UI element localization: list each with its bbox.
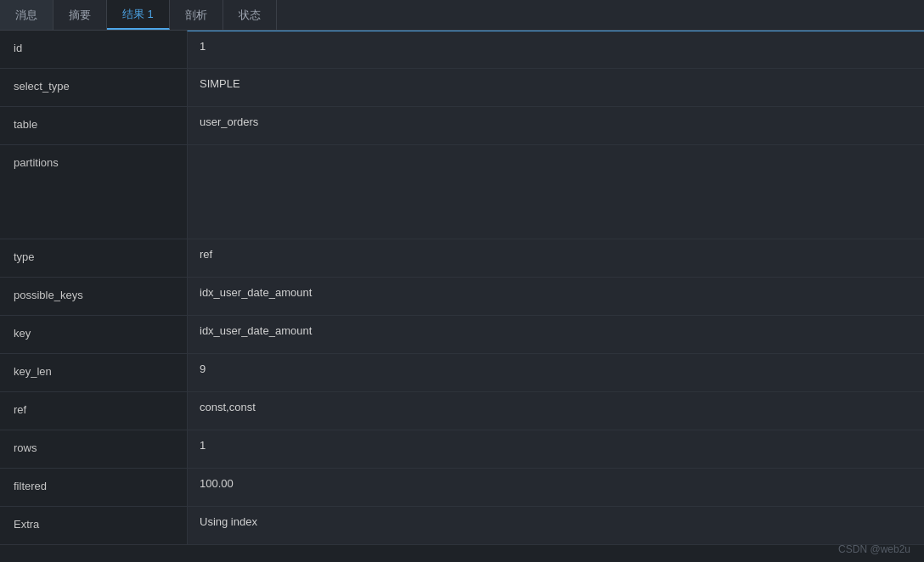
value-key: idx_user_date_amount [187,316,924,353]
label-filtered: filtered [0,469,187,506]
value-table: user_orders [187,107,924,144]
label-key_len: key_len [0,354,187,391]
watermark: CSDN @web2u [838,543,910,555]
value-key_len: 9 [187,354,924,391]
row-extra: ExtraUsing index [0,507,924,545]
value-possible_keys: idx_user_date_amount [187,278,924,315]
row-filtered: filtered100.00 [0,469,924,507]
tab-summary[interactable]: 摘要 [54,0,107,30]
label-partitions: partitions [0,145,187,239]
label-table: table [0,107,187,144]
row-key: keyidx_user_date_amount [0,316,924,354]
row-rows: rows1 [0,430,924,469]
row-possible_keys: possible_keysidx_user_date_amount [0,278,924,316]
row-ref: refconst,const [0,392,924,430]
value-filtered: 100.00 [187,469,924,506]
label-key: key [0,316,187,353]
tab-status[interactable]: 状态 [223,0,277,30]
content-area: id1select_typeSIMPLEtableuser_orderspart… [0,31,924,562]
value-rows: 1 [187,430,924,468]
value-type: ref [187,239,924,277]
row-id: id1 [0,31,924,69]
row-table: tableuser_orders [0,107,924,145]
row-key_len: key_len9 [0,354,924,392]
tab-messages[interactable]: 消息 [0,0,54,30]
tab-bar: 消息摘要结果 1剖析状态 [0,0,924,31]
value-partitions [187,145,924,239]
label-ref: ref [0,392,187,430]
value-extra: Using index [187,507,924,544]
tab-analysis[interactable]: 剖析 [170,0,223,30]
tab-result1[interactable]: 结果 1 [107,0,170,30]
label-id: id [0,31,187,68]
label-rows: rows [0,430,187,468]
value-id: 1 [187,31,924,68]
label-extra: Extra [0,507,187,544]
row-select_type: select_typeSIMPLE [0,69,924,107]
value-ref: const,const [187,392,924,430]
label-possible_keys: possible_keys [0,278,187,315]
value-select_type: SIMPLE [187,69,924,106]
label-type: type [0,239,187,277]
row-type: typeref [0,239,924,278]
label-select_type: select_type [0,69,187,106]
row-partitions: partitions [0,145,924,239]
